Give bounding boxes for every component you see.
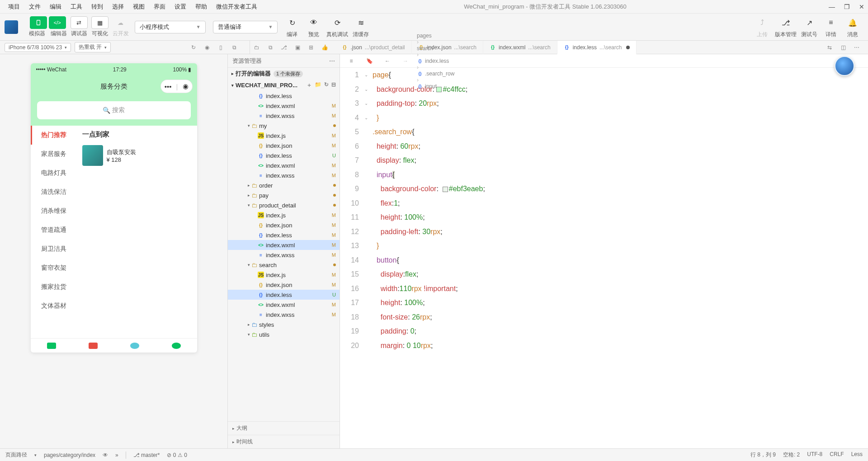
product-card[interactable]: 自吸泵安装 ¥ 128	[82, 145, 191, 166]
record-icon[interactable]: ◉	[202, 42, 212, 53]
collapse-tree-icon[interactable]: ⊟	[331, 81, 336, 89]
device-icon[interactable]: ▯	[215, 42, 226, 53]
tree-folder[interactable]: ▸🗀order	[228, 180, 340, 190]
tab-mine-icon[interactable]	[172, 343, 181, 349]
project-section[interactable]: ▾WECHAT_MINI_PRO... ＋📁↻⊟	[228, 80, 340, 91]
menu-项目[interactable]: 项目	[4, 3, 24, 11]
sidebar-category[interactable]: 消杀维保	[31, 202, 76, 221]
window-close[interactable]: ✕	[859, 3, 864, 10]
breadcrumb-item[interactable]: search	[417, 45, 454, 52]
tab-home-icon[interactable]	[47, 343, 56, 349]
mode-select[interactable]: 小程序模式▼	[135, 21, 206, 33]
eye-icon[interactable]: 👁	[103, 452, 108, 458]
bookmark-icon[interactable]: 🔖	[364, 56, 375, 66]
sidebar-category[interactable]: 电路灯具	[31, 164, 76, 183]
breadcrumb-item[interactable]: pages	[417, 33, 454, 39]
compare-icon[interactable]: ⇆	[824, 42, 835, 53]
tree-file[interactable]: JSindex.jsM	[228, 270, 340, 280]
tree-file[interactable]: <>index.wxmlM	[228, 240, 340, 250]
project-avatar[interactable]	[5, 20, 18, 34]
open-editors-section[interactable]: ▸打开的编辑器1 个未保存	[228, 68, 340, 80]
menu-视图[interactable]: 视图	[128, 3, 149, 11]
tree-folder[interactable]: ▾🗀my	[228, 121, 340, 131]
nav-back-icon[interactable]: ←	[382, 56, 393, 66]
debugger-button[interactable]: ⇄	[71, 16, 88, 29]
tree-file[interactable]: {}index.less	[228, 91, 340, 101]
tree-folder[interactable]: ▸🗀styles	[228, 320, 340, 329]
more-tabs-icon[interactable]: ⋯	[851, 42, 862, 53]
tree-file[interactable]: {}index.jsonM	[228, 141, 340, 151]
tree-file[interactable]: <>index.wxmlM	[228, 101, 340, 111]
refresh-icon[interactable]: ↻	[188, 42, 199, 53]
search-input[interactable]: 🔍 搜索	[37, 101, 191, 119]
thumb-icon[interactable]: 👍	[319, 42, 330, 53]
capsule-close-icon[interactable]: ◉	[183, 82, 189, 90]
preview-button[interactable]: 👁	[307, 15, 321, 30]
menu-选择[interactable]: 选择	[108, 3, 128, 11]
hotreload-select[interactable]: 热重载 开▾	[75, 42, 111, 52]
menu-帮助[interactable]: 帮助	[191, 3, 212, 11]
real-debug-button[interactable]: ⟳	[330, 15, 344, 30]
nav-fwd-icon[interactable]: →	[400, 56, 411, 66]
version-button[interactable]: ⎇	[778, 15, 793, 30]
tree-folder[interactable]: ▸🗀pay	[228, 190, 340, 200]
double-arrow-icon[interactable]: »	[115, 452, 118, 458]
branch-status[interactable]: ⎇ master*	[133, 452, 160, 458]
visual-button[interactable]: ▦	[91, 16, 108, 29]
problems-status[interactable]: ⊘ 0 ⚠ 0	[167, 452, 187, 458]
upload-button[interactable]: ⤴	[755, 15, 769, 30]
lang-status[interactable]: Less	[851, 451, 863, 459]
outline-section[interactable]: ▸大纲	[228, 421, 340, 435]
menu-界面[interactable]: 界面	[149, 3, 170, 11]
new-folder-icon[interactable]: 📁	[315, 81, 321, 89]
breadcrumb-item[interactable]: {}.search_row	[417, 71, 454, 77]
breadcrumb-item[interactable]: {}index.less	[417, 58, 454, 64]
editor-tab[interactable]: {}index.wxml...\search	[483, 41, 557, 54]
editor-button[interactable]: </>	[49, 16, 66, 29]
cloud-button[interactable]: ☁	[112, 16, 129, 29]
eol-status[interactable]: CRLF	[830, 451, 844, 459]
menu-文件[interactable]: 文件	[24, 3, 45, 11]
refresh-tree-icon[interactable]: ↻	[324, 81, 329, 89]
page-path-value[interactable]: pages/category/index	[44, 452, 95, 458]
branch-icon[interactable]: ⎇	[278, 42, 289, 53]
breadcrumb-item[interactable]: {}input	[417, 83, 454, 89]
tab-category-icon[interactable]	[89, 343, 98, 349]
tree-file[interactable]: {}index.lessM	[228, 230, 340, 240]
explorer-icon[interactable]: 🗀	[251, 42, 262, 53]
tree-file[interactable]: ≡index.wxssM	[228, 170, 340, 180]
sidebar-category[interactable]: 热门推荐	[31, 126, 76, 145]
menu-设置[interactable]: 设置	[170, 3, 191, 11]
editor-tab[interactable]: {}.json...\product_detail	[335, 41, 411, 54]
menu-微信开发者工具[interactable]: 微信开发者工具	[212, 3, 262, 11]
tree-file[interactable]: ≡index.wxssM	[228, 111, 340, 121]
tree-file[interactable]: ≡index.wxssM	[228, 250, 340, 260]
clear-cache-button[interactable]: ≋	[354, 15, 368, 30]
sidebar-category[interactable]: 厨卫洁具	[31, 240, 76, 259]
tree-file[interactable]: {}index.jsonM	[228, 220, 340, 230]
tree-file[interactable]: <>index.wxmlM	[228, 160, 340, 170]
menu-编辑[interactable]: 编辑	[45, 3, 66, 11]
menu-转到[interactable]: 转到	[87, 3, 108, 11]
sidebar-category[interactable]: 家居服务	[31, 145, 76, 164]
device-select[interactable]: iPhone 6/7/8 100% 23▾	[5, 43, 71, 52]
encoding-status[interactable]: UTF-8	[807, 451, 822, 459]
terminal-icon[interactable]: ▣	[292, 42, 303, 53]
popout-icon[interactable]: ⧉	[229, 42, 240, 53]
tree-file[interactable]: <>index.wxmlM	[228, 300, 340, 310]
user-avatar[interactable]	[835, 56, 854, 76]
tree-folder[interactable]: ▾🗀product_detail	[228, 200, 340, 210]
ext-icon[interactable]: ⊞	[306, 42, 316, 53]
simulator-button[interactable]	[30, 16, 47, 29]
tree-file[interactable]: {}index.lessU	[228, 290, 340, 300]
code-editor[interactable]: 1234567891011121314151617181920 ⌄⌄⌄⌄ pag…	[340, 68, 868, 448]
sidebar-category[interactable]: 清洗保洁	[31, 183, 76, 202]
timeline-section[interactable]: ▸时间线	[228, 435, 340, 448]
cursor-position[interactable]: 行 8，列 9	[750, 451, 776, 459]
sidebar-category[interactable]: 搬家拉货	[31, 278, 76, 296]
test-button[interactable]: ↗	[802, 15, 816, 30]
split-icon[interactable]: ◫	[838, 42, 849, 53]
tree-folder[interactable]: ▾🗀search	[228, 260, 340, 270]
sidebar-category[interactable]: 文体器材	[31, 296, 76, 315]
indent-status[interactable]: 空格: 2	[783, 451, 800, 459]
